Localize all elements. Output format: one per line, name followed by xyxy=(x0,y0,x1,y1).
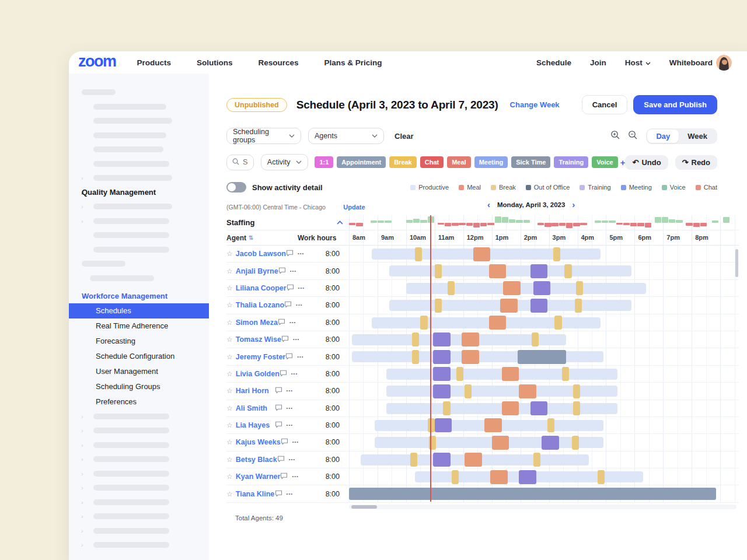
star-icon[interactable]: ☆ xyxy=(226,335,233,344)
activity-chip-break[interactable]: Break xyxy=(389,156,417,168)
comment-bubble-icon[interactable] xyxy=(278,317,285,328)
more-options-icon[interactable]: ••• xyxy=(287,492,293,496)
agent-name-link[interactable]: Ali Smith xyxy=(236,404,267,412)
cancel-button[interactable]: Cancel xyxy=(582,95,628,114)
redo-button[interactable]: ↷Redo xyxy=(675,155,717,170)
comment-bubble-icon[interactable] xyxy=(277,454,285,465)
star-icon[interactable]: ☆ xyxy=(226,456,233,464)
scheduling-groups-select[interactable]: Scheduling groups xyxy=(226,128,301,144)
training-segment[interactable] xyxy=(433,332,450,346)
break-segment[interactable] xyxy=(465,384,472,398)
comment-bubble-icon[interactable] xyxy=(286,249,294,259)
star-icon[interactable]: ☆ xyxy=(226,387,233,395)
star-icon[interactable]: ☆ xyxy=(226,490,233,498)
break-segment[interactable] xyxy=(575,299,582,313)
break-segment[interactable] xyxy=(553,247,560,261)
agent-name-link[interactable]: Hari Horn xyxy=(236,387,269,395)
update-timezone-link[interactable]: Update xyxy=(343,204,365,211)
break-segment[interactable] xyxy=(435,264,442,278)
training-segment[interactable] xyxy=(433,384,450,398)
productive-bar[interactable] xyxy=(375,437,603,448)
scrollbar-track[interactable] xyxy=(349,505,736,509)
star-icon[interactable]: ☆ xyxy=(226,473,233,481)
next-day-arrow[interactable]: › xyxy=(572,200,575,209)
training-segment[interactable] xyxy=(433,367,450,381)
agent-name-link[interactable]: Kyan Warner xyxy=(236,473,281,481)
meal-segment[interactable] xyxy=(489,316,506,330)
training-segment[interactable] xyxy=(530,401,547,415)
break-segment[interactable] xyxy=(456,367,463,381)
nav-item-host[interactable]: Host xyxy=(625,58,651,67)
star-icon[interactable]: ☆ xyxy=(226,421,233,429)
collapse-staffing-icon[interactable] xyxy=(337,220,343,225)
comment-bubble-icon[interactable] xyxy=(280,471,288,482)
meal-segment[interactable] xyxy=(500,299,517,313)
search-box[interactable] xyxy=(226,155,254,170)
scrollbar-thumb[interactable] xyxy=(351,505,377,509)
more-options-icon[interactable]: ••• xyxy=(290,269,296,274)
out-of-office-bar[interactable] xyxy=(349,488,716,500)
out-of-office-segment[interactable] xyxy=(518,350,566,364)
sidebar-item-real-time-adherence[interactable]: Real Time Adherence xyxy=(69,318,209,334)
productive-bar[interactable] xyxy=(386,386,617,397)
clear-filters-button[interactable]: Clear xyxy=(395,132,414,141)
break-segment[interactable] xyxy=(533,453,540,467)
training-segment[interactable] xyxy=(433,350,450,364)
comment-bubble-icon[interactable] xyxy=(287,283,294,293)
agent-name-link[interactable]: Anjali Byrne xyxy=(236,267,278,275)
more-options-icon[interactable]: ••• xyxy=(289,320,296,325)
productive-bar[interactable] xyxy=(372,317,601,328)
agent-name-link[interactable]: Tomasz Wise xyxy=(236,335,281,344)
agent-name-link[interactable]: Livia Golden xyxy=(236,370,280,378)
meal-segment[interactable] xyxy=(462,332,479,346)
training-segment[interactable] xyxy=(433,453,450,467)
break-segment[interactable] xyxy=(410,453,417,467)
break-segment[interactable] xyxy=(412,332,419,346)
break-segment[interactable] xyxy=(420,316,427,330)
comment-bubble-icon[interactable] xyxy=(275,489,282,499)
meal-segment[interactable] xyxy=(502,367,519,381)
zoom-in-icon[interactable] xyxy=(610,130,620,142)
meal-segment[interactable] xyxy=(490,470,507,484)
productive-bar[interactable] xyxy=(406,283,646,294)
training-segment[interactable] xyxy=(533,281,550,295)
comment-bubble-icon[interactable] xyxy=(285,352,293,362)
add-activity-button[interactable]: + xyxy=(620,158,626,167)
nav-item-resources[interactable]: Resources xyxy=(259,58,299,67)
comment-bubble-icon[interactable] xyxy=(275,386,282,396)
sidebar-item-scheduling-groups[interactable]: Scheduling Groups xyxy=(69,379,209,394)
user-avatar[interactable] xyxy=(716,55,732,71)
comment-bubble-icon[interactable] xyxy=(281,334,289,345)
training-segment[interactable] xyxy=(530,264,547,278)
change-week-link[interactable]: Change Week xyxy=(510,100,560,109)
break-segment[interactable] xyxy=(415,247,422,261)
training-segment[interactable] xyxy=(542,436,558,450)
sidebar-item-user-management[interactable]: User Management xyxy=(69,364,209,379)
sidebar-item-schedule-configuration[interactable]: Schedule Configuration xyxy=(69,349,209,364)
break-segment[interactable] xyxy=(452,470,459,484)
break-segment[interactable] xyxy=(412,350,419,364)
star-icon[interactable]: ☆ xyxy=(226,370,233,378)
comment-bubble-icon[interactable] xyxy=(275,403,282,414)
activity-chip-meal[interactable]: Meal xyxy=(447,156,470,168)
meal-segment[interactable] xyxy=(484,418,501,432)
previous-day-arrow[interactable]: ‹ xyxy=(487,200,490,209)
more-options-icon[interactable]: ••• xyxy=(291,372,298,376)
meal-segment[interactable] xyxy=(502,401,519,415)
star-icon[interactable]: ☆ xyxy=(226,284,233,292)
zoom-out-icon[interactable] xyxy=(628,130,638,142)
star-icon[interactable]: ☆ xyxy=(226,318,233,327)
nav-item-products[interactable]: Products xyxy=(137,58,172,67)
sidebar-item-forecasting[interactable]: Forecasting xyxy=(69,334,209,349)
break-segment[interactable] xyxy=(564,264,571,278)
more-options-icon[interactable]: ••• xyxy=(287,423,293,428)
agent-name-link[interactable]: Tiana Kline xyxy=(236,490,274,498)
meal-segment[interactable] xyxy=(492,436,509,450)
star-icon[interactable]: ☆ xyxy=(226,301,233,309)
productive-bar[interactable] xyxy=(389,265,632,276)
comment-bubble-icon[interactable] xyxy=(278,266,286,276)
nav-item-solutions[interactable]: Solutions xyxy=(197,58,233,67)
break-segment[interactable] xyxy=(598,470,605,484)
save-and-publish-button[interactable]: Save and Publish xyxy=(633,95,717,114)
break-segment[interactable] xyxy=(576,281,583,295)
